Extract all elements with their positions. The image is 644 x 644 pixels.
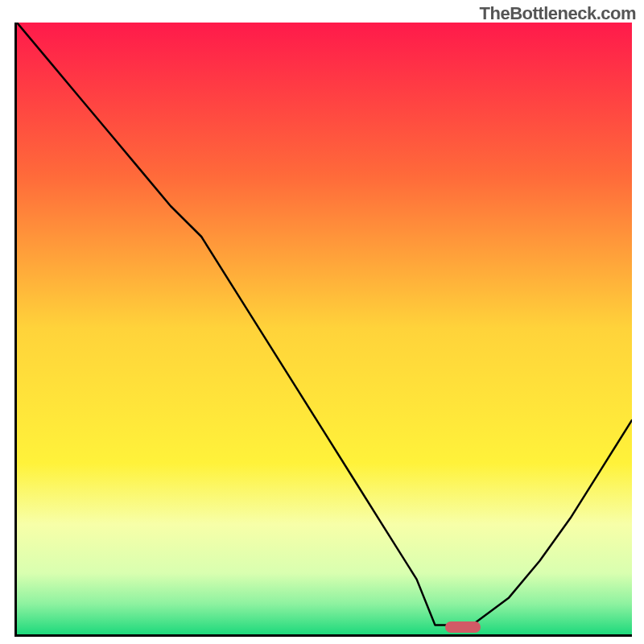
watermark-text: TheBottleneck.com xyxy=(480,3,636,24)
plot-area xyxy=(14,23,632,637)
optimal-marker xyxy=(445,621,481,633)
bottleneck-curve xyxy=(17,23,632,634)
bottleneck-chart: TheBottleneck.com xyxy=(0,0,644,644)
